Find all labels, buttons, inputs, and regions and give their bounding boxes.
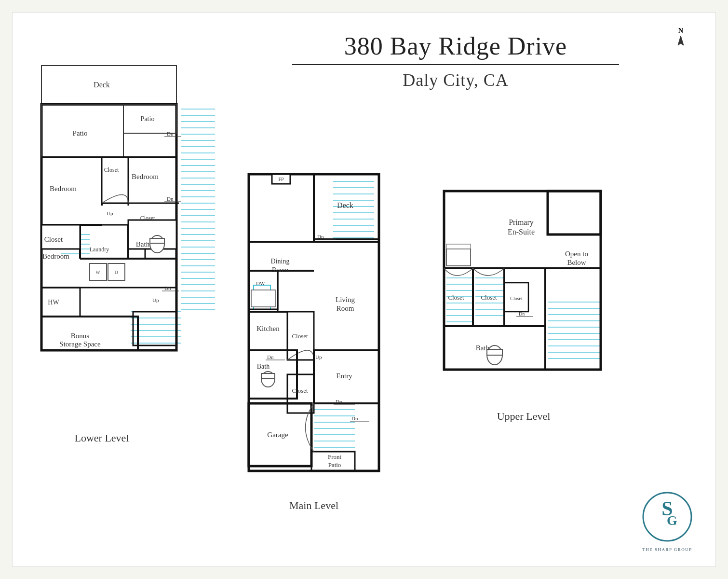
svg-text:Closet: Closet: [104, 166, 119, 173]
upper-level-plan: Closet Dn Primary En-Suite Open to Below…: [437, 181, 620, 423]
svg-text:W: W: [95, 270, 100, 275]
svg-text:Closet: Closet: [44, 235, 63, 243]
svg-text:Bedroom: Bedroom: [132, 173, 159, 180]
svg-text:Up: Up: [107, 210, 113, 216]
north-arrow: N: [675, 27, 687, 49]
svg-rect-212: [446, 249, 471, 266]
svg-marker-0: [678, 36, 684, 45]
svg-text:Bath: Bath: [257, 363, 270, 370]
svg-text:Dining: Dining: [271, 258, 290, 265]
sharp-group-logo: S G: [641, 490, 694, 543]
lower-level-label: Lower Level: [27, 432, 176, 444]
svg-text:Closet: Closet: [292, 332, 308, 340]
svg-text:Kitchen: Kitchen: [256, 325, 280, 332]
svg-text:Entry: Entry: [336, 372, 352, 380]
svg-text:Front: Front: [328, 453, 342, 460]
logo-area: S G The Sharp Group: [638, 490, 696, 552]
svg-text:Open to: Open to: [565, 250, 588, 258]
svg-text:Below: Below: [567, 259, 586, 266]
lower-level-plan: W D Deck Patio Patio Bedroom Closet Bedr…: [27, 51, 220, 444]
lower-level-svg: W D Deck Patio Patio Bedroom Closet Bedr…: [27, 51, 220, 427]
upper-level-label: Upper Level: [437, 410, 610, 423]
svg-text:Dn: Dn: [336, 399, 342, 404]
svg-text:Bedroom: Bedroom: [50, 185, 77, 193]
svg-text:Room: Room: [272, 266, 288, 274]
svg-text:Deck: Deck: [94, 81, 110, 89]
svg-text:Bonus: Bonus: [71, 332, 90, 340]
page: 380 Bay Ridge Drive Daly City, CA N: [12, 12, 716, 567]
svg-text:FP: FP: [278, 177, 284, 182]
north-label: N: [675, 27, 687, 35]
svg-text:Bedroom: Bedroom: [42, 252, 69, 260]
svg-text:Dn: Dn: [351, 415, 358, 421]
main-level-label: Main Level: [239, 499, 389, 512]
svg-text:Up: Up: [315, 354, 322, 360]
svg-text:Dn: Dn: [317, 234, 324, 239]
svg-text:DW: DW: [256, 280, 265, 286]
company-name: The Sharp Group: [638, 547, 696, 552]
north-arrow-icon: [675, 35, 687, 49]
main-level-svg: FP DW: [239, 167, 393, 495]
svg-text:Room: Room: [337, 304, 354, 312]
title-area: 380 Bay Ridge Drive Daly City, CA: [292, 32, 619, 90]
svg-text:Dn: Dn: [519, 311, 525, 317]
svg-text:Patio: Patio: [73, 129, 88, 137]
svg-text:Closet: Closet: [448, 294, 464, 301]
svg-text:Primary: Primary: [509, 218, 534, 227]
svg-text:Garage: Garage: [267, 431, 288, 439]
svg-text:Closet: Closet: [140, 215, 155, 221]
svg-text:Dn: Dn: [267, 354, 274, 360]
svg-text:Dn: Dn: [164, 285, 171, 291]
svg-text:Up: Up: [152, 297, 159, 303]
svg-text:Closet: Closet: [510, 296, 523, 301]
svg-text:En-Suite: En-Suite: [508, 228, 535, 236]
svg-text:Living: Living: [336, 296, 355, 303]
svg-text:Dn: Dn: [167, 131, 174, 137]
svg-text:Patio: Patio: [141, 115, 155, 123]
svg-text:Bath: Bath: [136, 240, 150, 248]
svg-text:G: G: [667, 513, 677, 528]
svg-rect-78: [150, 238, 164, 243]
svg-text:Closet: Closet: [481, 294, 497, 301]
svg-text:D: D: [114, 270, 118, 275]
svg-rect-136: [251, 290, 275, 307]
svg-text:Deck: Deck: [337, 201, 353, 209]
svg-text:Bath: Bath: [476, 344, 490, 352]
svg-rect-145: [261, 373, 275, 378]
sub-title: Daly City, CA: [292, 70, 619, 90]
main-title: 380 Bay Ridge Drive: [292, 32, 619, 65]
svg-text:Dn: Dn: [167, 196, 174, 202]
main-level-plan: FP DW: [239, 167, 393, 512]
svg-text:Patio: Patio: [328, 461, 341, 469]
svg-text:Laundry: Laundry: [90, 246, 109, 253]
svg-text:Storage Space: Storage Space: [59, 340, 101, 348]
svg-text:HW: HW: [48, 299, 59, 306]
upper-level-svg: Closet Dn Primary En-Suite Open to Below…: [437, 181, 620, 403]
svg-text:Closet: Closet: [292, 387, 308, 394]
